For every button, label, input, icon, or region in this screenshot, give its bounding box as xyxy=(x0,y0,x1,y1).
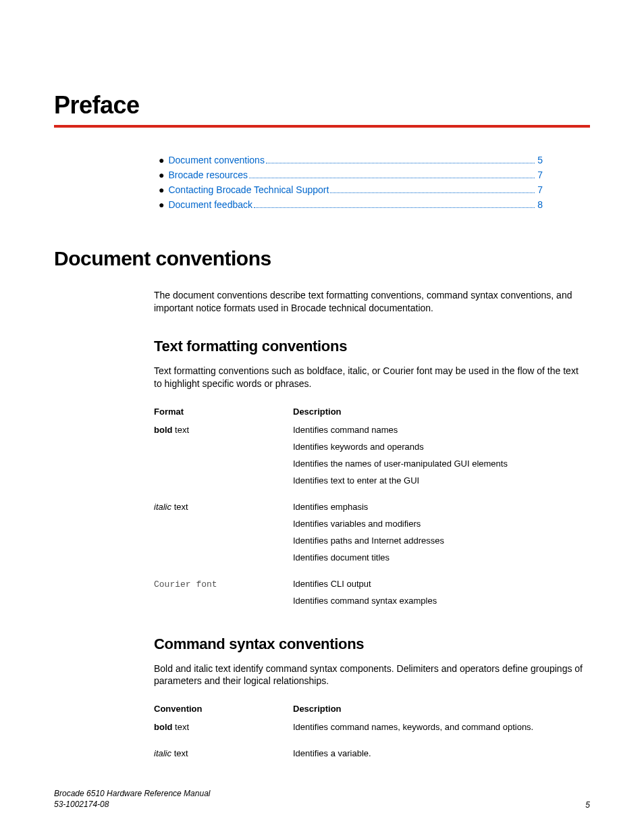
description-line: Identifies keywords and operands xyxy=(293,442,583,452)
table-row: bold textIdentifies command namesIdentif… xyxy=(154,425,583,492)
table-header-format: Format xyxy=(154,407,293,417)
format-cell: italic text xyxy=(154,748,293,765)
table-header-convention: Convention xyxy=(154,704,293,714)
description-cell: Identifies CLI outputIdentifies command … xyxy=(293,579,583,613)
text-formatting-table: Format Description bold textIdentifies c… xyxy=(154,407,583,613)
description-cell: Identifies command namesIdentifies keywo… xyxy=(293,425,583,492)
bullet-icon: ● xyxy=(159,170,164,180)
page-footer: Brocade 6510 Hardware Reference Manual 5… xyxy=(54,788,590,810)
table-header-description: Description xyxy=(293,704,583,714)
toc-link-text: Brocade resources xyxy=(168,170,248,180)
toc-entry[interactable]: ●Brocade resources7 xyxy=(159,170,543,180)
toc-page-number: 5 xyxy=(537,155,543,165)
toc-entry[interactable]: ●Document conventions5 xyxy=(159,155,543,165)
description-line: Identifies command syntax examples xyxy=(293,596,583,606)
toc-link-text: Contacting Brocade Technical Support xyxy=(168,184,329,195)
toc-leader-dots xyxy=(254,207,535,208)
toc-leader-dots xyxy=(266,163,535,163)
toc-link-text: Document conventions xyxy=(168,155,264,165)
section-document-conventions-heading: Document conventions xyxy=(54,247,590,270)
description-line: Identifies command names xyxy=(293,425,583,435)
description-line: Identifies the names of user-manipulated… xyxy=(293,459,583,469)
command-syntax-intro: Bold and italic text identify command sy… xyxy=(154,662,583,688)
section-intro-text: The document conventions describe text f… xyxy=(154,289,583,315)
format-cell: bold text xyxy=(154,425,293,492)
toc-entry[interactable]: ●Contacting Brocade Technical Support7 xyxy=(159,184,543,195)
bullet-icon: ● xyxy=(159,184,164,195)
mini-toc: ●Document conventions5●Brocade resources… xyxy=(159,155,543,210)
footer-doc-title: Brocade 6510 Hardware Reference Manual xyxy=(54,788,210,799)
bullet-icon: ● xyxy=(159,155,164,165)
format-cell: Courier font xyxy=(154,579,293,613)
toc-page-number: 7 xyxy=(537,184,543,195)
toc-link-text: Document feedback xyxy=(168,199,252,210)
footer-page-number: 5 xyxy=(585,800,590,810)
chapter-title: Preface xyxy=(54,91,590,120)
toc-leader-dots xyxy=(249,178,535,178)
description-line: Identifies variables and modifiers xyxy=(293,519,583,529)
text-formatting-intro: Text formatting conventions such as bold… xyxy=(154,365,583,390)
subsection-command-syntax-heading: Command syntax conventions xyxy=(154,635,583,653)
table-row: bold textIdentifies command names, keywo… xyxy=(154,722,583,739)
description-line: Identifies emphasis xyxy=(293,502,583,512)
format-cell: bold text xyxy=(154,722,293,739)
description-line: Identifies command names, keywords, and … xyxy=(293,722,583,732)
description-cell: Identifies command names, keywords, and … xyxy=(293,722,583,739)
table-row: italic textIdentifies a variable. xyxy=(154,748,583,765)
toc-leader-dots xyxy=(330,192,535,193)
description-line: Identifies a variable. xyxy=(293,748,583,758)
footer-doc-number: 53-1002174-08 xyxy=(54,799,210,810)
description-cell: Identifies emphasisIdentifies variables … xyxy=(293,502,583,569)
command-syntax-table: Convention Description bold textIdentifi… xyxy=(154,704,583,765)
format-cell: italic text xyxy=(154,502,293,569)
description-line: Identifies document titles xyxy=(293,552,583,563)
table-row: italic textIdentifies emphasisIdentifies… xyxy=(154,502,583,569)
description-line: Identifies text to enter at the GUI xyxy=(293,475,583,486)
table-row: Courier fontIdentifies CLI outputIdentif… xyxy=(154,579,583,613)
subsection-text-formatting-heading: Text formatting conventions xyxy=(154,338,583,355)
toc-entry[interactable]: ●Document feedback8 xyxy=(159,199,543,210)
description-line: Identifies CLI output xyxy=(293,579,583,589)
bullet-icon: ● xyxy=(159,199,164,210)
table-header-description: Description xyxy=(293,407,583,417)
toc-page-number: 8 xyxy=(537,199,543,210)
description-line: Identifies paths and Internet addresses xyxy=(293,536,583,546)
toc-page-number: 7 xyxy=(537,170,543,180)
accent-rule xyxy=(54,125,590,128)
description-cell: Identifies a variable. xyxy=(293,748,583,765)
